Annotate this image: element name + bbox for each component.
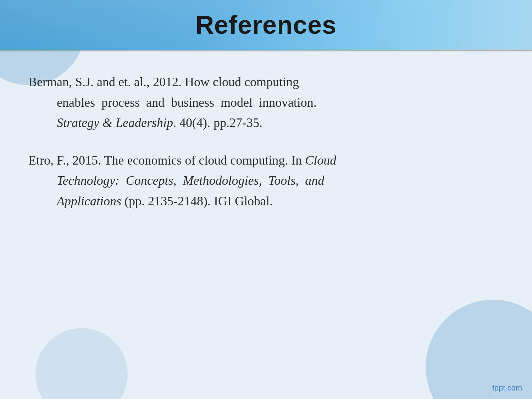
berman-line-3: Strategy & Leadership. 40(4). pp.27-35.	[28, 113, 504, 133]
etro-line-3: Applications (pp. 2135-2148). IGI Global…	[28, 191, 504, 212]
footer-brand: fppt.com	[492, 383, 522, 393]
page-title: References	[195, 10, 337, 39]
reference-berman-text: Berman, S.J. and et. al., 2012. How clou…	[28, 72, 504, 133]
bg-decoration-bottom-left	[35, 328, 128, 399]
content-area: Berman, S.J. and et. al., 2012. How clou…	[0, 51, 532, 250]
header-banner: References	[0, 0, 532, 50]
reference-etro-text: Etro, F., 2015. The economics of cloud c…	[28, 150, 504, 212]
reference-etro: Etro, F., 2015. The economics of cloud c…	[28, 150, 504, 212]
etro-line-2: Technology: Concepts, Methodologies, Too…	[28, 171, 504, 191]
berman-line-2: enables process and business model innov…	[28, 93, 504, 113]
reference-berman: Berman, S.J. and et. al., 2012. How clou…	[28, 72, 504, 133]
